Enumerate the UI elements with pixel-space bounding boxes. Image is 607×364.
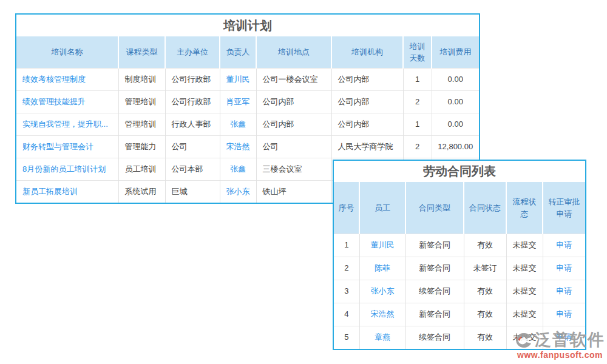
cell-process-status: 未提交 <box>506 257 543 280</box>
column-header-index: 序号 <box>334 182 359 234</box>
cell-leader-link[interactable]: 张鑫 <box>220 113 256 136</box>
cell-index: 4 <box>334 303 359 326</box>
cell-institution: 公司内部 <box>331 69 403 91</box>
table-row: 财务转型与管理会计管理能力公司宋浩然公司人民大学商学院212,800.00 <box>16 136 479 158</box>
cell-leader-link[interactable]: 张鑫 <box>220 158 256 181</box>
cell-location: 公司内部 <box>256 113 331 136</box>
column-header-contract-status: 合同状态 <box>464 182 506 234</box>
table-row: 4宋浩然新签合同有效未提交申请 <box>334 303 585 326</box>
cell-leader-link[interactable]: 张小东 <box>220 181 256 203</box>
cell-leader-link[interactable]: 肖亚军 <box>220 91 256 113</box>
cell-organizer: 行政人事部 <box>165 113 220 136</box>
table-row: 绩效考核管理制度制度培训公司行政部董川民公司一楼会议室公司内部10.00 <box>16 69 479 91</box>
cell-institution: 人民大学商学院 <box>331 136 403 158</box>
cell-location: 三楼会议室 <box>256 158 331 181</box>
watermark-url: www.fanpusoft.com <box>517 350 605 360</box>
column-header-institution: 培训机构 <box>331 36 403 69</box>
cell-fee: 0.00 <box>432 69 479 91</box>
cell-course-type: 员工培训 <box>118 158 165 181</box>
labor-contract-title: 劳动合同列表 <box>334 161 585 182</box>
column-header-training-name: 培训名称 <box>16 36 118 69</box>
column-header-days: 培训天数 <box>403 36 432 69</box>
column-header-apply: 转正审批申请 <box>543 182 585 234</box>
cell-index: 2 <box>334 257 359 280</box>
column-header-course-type: 课程类型 <box>118 36 165 69</box>
cell-organizer: 公司行政部 <box>165 91 220 113</box>
cell-contract-type: 续签合同 <box>405 326 464 349</box>
cell-fee: 0.00 <box>432 91 479 113</box>
table-row: 1董川民新签合同有效未提交申请 <box>334 234 585 257</box>
header-row: 培训名称课程类型主办单位负责人培训地点培训机构培训天数培训费用 <box>16 36 479 69</box>
cell-days: 2 <box>403 136 432 158</box>
column-header-location: 培训地点 <box>256 36 331 69</box>
cell-institution: 公司内部 <box>331 113 403 136</box>
training-plan-title: 培训计划 <box>16 15 479 36</box>
page: 培训计划 培训名称课程类型主办单位负责人培训地点培训机构培训天数培训费用绩效考核… <box>0 0 607 364</box>
cell-contract-status: 有效 <box>464 303 506 326</box>
cell-course-type: 管理培训 <box>118 113 165 136</box>
cell-contract-type: 新签合同 <box>405 234 464 257</box>
cell-process-status: 未提交 <box>506 234 543 257</box>
table-row: 2陈菲新签合同未签订未提交申请 <box>334 257 585 280</box>
cell-employee-link[interactable]: 董川民 <box>359 234 405 257</box>
cell-organizer: 公司行政部 <box>165 69 220 91</box>
cell-employee-link[interactable]: 章燕 <box>359 326 405 349</box>
column-header-leader: 负责人 <box>220 36 256 69</box>
cell-location: 公司内部 <box>256 91 331 113</box>
labor-contract-table: 序号员工合同类型合同状态流程状态转正审批申请1董川民新签合同有效未提交申请2陈菲… <box>334 182 585 349</box>
cell-contract-type: 新签合同 <box>405 303 464 326</box>
cell-process-status: 未提交 <box>506 303 543 326</box>
table-row: 实现自我管理，提升职...管理培训行政人事部张鑫公司内部公司内部10.00 <box>16 113 479 136</box>
cell-course-type: 管理能力 <box>118 136 165 158</box>
cell-contract-status: 有效 <box>464 326 506 349</box>
cell-contract-type: 续签合同 <box>405 280 464 303</box>
cell-training-name-link[interactable]: 实现自我管理，提升职... <box>16 113 118 136</box>
header-row: 序号员工合同类型合同状态流程状态转正审批申请 <box>334 182 585 234</box>
cell-training-name-link[interactable]: 绩效考核管理制度 <box>16 69 118 91</box>
cell-index: 5 <box>334 326 359 349</box>
cell-employee-link[interactable]: 陈菲 <box>359 257 405 280</box>
cell-contract-status: 有效 <box>464 280 506 303</box>
cell-index: 1 <box>334 234 359 257</box>
cell-training-name-link[interactable]: 绩效管理技能提升 <box>16 91 118 113</box>
cell-leader-link[interactable]: 宋浩然 <box>220 136 256 158</box>
cell-institution: 公司内部 <box>331 91 403 113</box>
column-header-organizer: 主办单位 <box>165 36 220 69</box>
cell-location: 公司 <box>256 136 331 158</box>
cell-employee-link[interactable]: 宋浩然 <box>359 303 405 326</box>
cell-apply-link[interactable]: 申请 <box>543 280 585 303</box>
column-header-fee: 培训费用 <box>432 36 479 69</box>
column-header-contract-type: 合同类型 <box>405 182 464 234</box>
cell-process-status: 未提交 <box>506 280 543 303</box>
cell-employee-link[interactable]: 张小东 <box>359 280 405 303</box>
cell-course-type: 管理培训 <box>118 91 165 113</box>
cell-days: 2 <box>403 91 432 113</box>
cell-training-name-link[interactable]: 财务转型与管理会计 <box>16 136 118 158</box>
cell-contract-status: 未签订 <box>464 257 506 280</box>
cell-course-type: 系统试用 <box>118 181 165 203</box>
cell-training-name-link[interactable]: 8月份新的员工培训计划 <box>16 158 118 181</box>
cell-leader-link[interactable]: 董川民 <box>220 69 256 91</box>
cell-organizer: 公司本部 <box>165 158 220 181</box>
cell-training-name-link[interactable]: 新员工拓展培训 <box>16 181 118 203</box>
labor-contract-panel: 劳动合同列表 序号员工合同类型合同状态流程状态转正审批申请1董川民新签合同有效未… <box>333 160 586 350</box>
table-row: 绩效管理技能提升管理培训公司行政部肖亚军公司内部公司内部20.00 <box>16 91 479 113</box>
cell-organizer: 公司 <box>165 136 220 158</box>
table-row: 3张小东续签合同有效未提交申请 <box>334 280 585 303</box>
cell-location: 铁山坪 <box>256 181 331 203</box>
cell-contract-type: 新签合同 <box>405 257 464 280</box>
cell-course-type: 制度培训 <box>118 69 165 91</box>
cell-days: 1 <box>403 69 432 91</box>
cell-index: 3 <box>334 280 359 303</box>
cell-apply-link[interactable]: 申请 <box>543 257 585 280</box>
fanpu-logo-icon <box>513 331 534 349</box>
cell-apply-link[interactable]: 申请 <box>543 303 585 326</box>
column-header-employee: 员工 <box>359 182 405 234</box>
watermark: 泛普软件 www.fanpusoft.com <box>513 331 605 360</box>
cell-apply-link[interactable]: 申请 <box>543 234 585 257</box>
cell-location: 公司一楼会议室 <box>256 69 331 91</box>
cell-organizer: 巨城 <box>165 181 220 203</box>
cell-days: 1 <box>403 113 432 136</box>
cell-fee: 0.00 <box>432 113 479 136</box>
cell-contract-status: 有效 <box>464 234 506 257</box>
